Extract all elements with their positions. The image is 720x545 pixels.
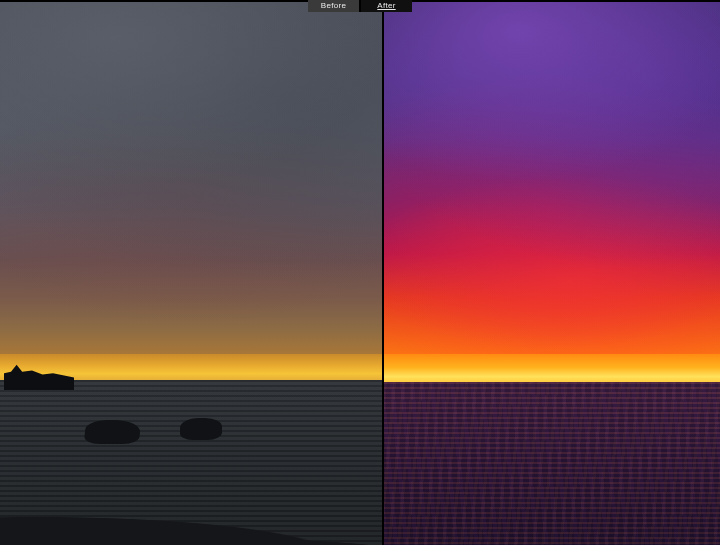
before-tab[interactable]: Before: [308, 0, 360, 12]
before-image-pane[interactable]: [0, 2, 382, 545]
before-foreground-shore: [0, 485, 382, 545]
after-horizon: [384, 354, 720, 384]
compare-tabbar: Before After: [0, 0, 720, 12]
before-rock-2: [180, 418, 222, 440]
after-tab[interactable]: After: [360, 0, 412, 12]
before-sky: [0, 2, 382, 362]
split-divider[interactable]: [382, 0, 384, 545]
after-sky: [384, 2, 720, 362]
before-rock-1: [84, 420, 142, 444]
after-image-pane[interactable]: [384, 2, 720, 545]
before-after-compare-view: Before After: [0, 0, 720, 545]
after-sea-highlights: [384, 382, 720, 545]
